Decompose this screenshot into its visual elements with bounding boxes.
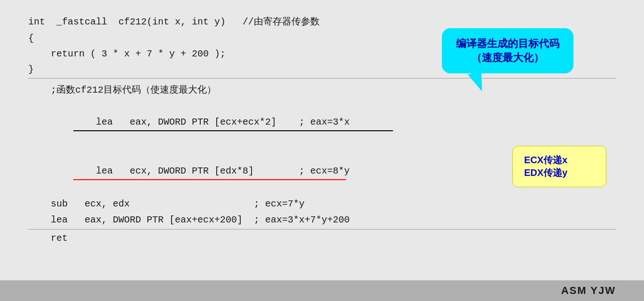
asm-ret: ret [28, 230, 616, 246]
asm-line-1-text: lea eax, DWORD PTR [ecx+ecx*2] ; eax=3*x [73, 114, 393, 131]
asm-line-2-text: lea ecx, DWORD PTR [edx*8] ; ecx=8*y [73, 163, 346, 180]
callout-yellow-line1: ECX传递x [524, 154, 595, 166]
separator-bottom [28, 229, 616, 230]
asm-comment-line: ;函数cf212目标代码（使速度最大化） [28, 82, 616, 98]
callout-cyan-line1: 编译器生成的目标代码 [456, 37, 559, 51]
callout-cyan-line2: （速度最大化） [456, 51, 559, 65]
bottom-label: ASM YJW [561, 285, 616, 297]
bottom-bar: ASM YJW [0, 280, 644, 301]
separator-top [28, 78, 616, 79]
main-container: int _fastcall cf212(int x, int y) //由寄存器… [0, 0, 644, 301]
callout-yellow-line2: EDX传递y [524, 166, 595, 179]
callout-yellow: ECX传递x EDX传递y [512, 146, 606, 187]
asm-line-3: sub ecx, edx ; ecx=7*y [28, 196, 616, 212]
content-area: int _fastcall cf212(int x, int y) //由寄存器… [0, 0, 644, 280]
function-declaration: int _fastcall cf212(int x, int y) //由寄存器… [28, 14, 616, 30]
asm-line-4: lea eax, DWORD PTR [eax+ecx+200] ; eax=3… [28, 212, 616, 228]
asm-line-1: lea eax, DWORD PTR [ecx+ecx*2] ; eax=3*x [28, 98, 616, 147]
callout-cyan: 编译器生成的目标代码 （速度最大化） [442, 28, 573, 73]
